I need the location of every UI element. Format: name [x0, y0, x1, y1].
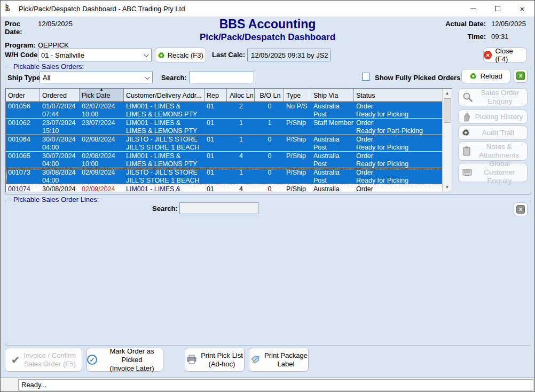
mark-order-picked-label: Mark Order as Picked (Invoice Later)	[101, 347, 163, 373]
cell-bo: 0	[255, 135, 284, 151]
last-calc-value: 12/05/2025 09:31 by JS2	[247, 49, 331, 61]
picking-history-button[interactable]: Picking History	[458, 109, 528, 124]
printer-icon	[186, 355, 197, 365]
hand-icon	[462, 112, 471, 122]
cell-pick: 02/09/2024	[80, 168, 124, 184]
mark-order-picked-button[interactable]: ✓ Mark Order as Picked (Invoice Later)	[86, 348, 163, 372]
cell-rep: 01	[204, 185, 227, 192]
order-row-001073[interactable]: 00107330/08/202404:0002/09/2024JILSTO - …	[6, 168, 452, 185]
column-header-customer[interactable]: Customer/Delivery Addr...	[124, 89, 204, 101]
audit-trail-label: Audit Trail	[472, 129, 524, 137]
invoice-confirm-button[interactable]: ✔ Invoice / Confirm Sales Order (F5)	[5, 348, 82, 372]
title-bar: bsb Pick/Pack/Despatch Dashboard - ABC T…	[1, 1, 534, 17]
cell-type: P/Ship	[284, 185, 311, 192]
cell-customer: JILSTO - JILL'S STOREJILL'S STORE 1 BEAC…	[124, 135, 204, 151]
cell-pick: 02/08/202410:00	[80, 152, 124, 168]
last-calc-label: Last Calc:	[212, 51, 245, 59]
cell-rep: 01	[204, 135, 227, 151]
ship-type-value: All	[43, 74, 50, 82]
cell-ordered: 23/07/202415:10	[40, 119, 80, 135]
ship-type-select[interactable]: All	[40, 72, 153, 83]
scrollbar-thumb[interactable]	[444, 98, 451, 123]
cell-ship_via: Australia	[311, 185, 354, 192]
reload-label: Reload	[481, 72, 502, 80]
pickable-sales-orders-section: Pickable Sales Orders: Ship Type: All Se…	[5, 67, 531, 195]
global-customer-enquiry-button[interactable]: Global Customer Enquiry	[458, 163, 528, 182]
column-header-alloc[interactable]: Alloc Ln	[227, 89, 255, 101]
ship-type-label: Ship Type:	[7, 74, 42, 82]
status-text: Ready...	[18, 379, 533, 390]
close-button[interactable]: ✕Close (F4)	[483, 48, 527, 62]
export-orders-excel-button[interactable]: X	[514, 69, 528, 83]
cell-type: P/Ship	[284, 168, 311, 184]
order-row-001065[interactable]: 00106530/07/202404:0002/08/202410:00LIM0…	[6, 152, 452, 168]
column-header-status[interactable]: Status	[354, 89, 452, 101]
cell-order: 001073	[6, 168, 40, 184]
column-header-type[interactable]: Type	[284, 89, 311, 101]
lines-search-input[interactable]	[179, 202, 258, 214]
cell-customer: LIM001 - LIMES &	[124, 185, 204, 192]
cell-ship_via: Staff Member	[311, 119, 354, 135]
recycle-icon: ♻	[462, 129, 469, 137]
cell-order: 001064	[6, 135, 40, 151]
cell-status: OrderReady for Picking	[354, 135, 452, 151]
column-header-order[interactable]: Order	[6, 89, 40, 101]
cell-bo: 1	[255, 119, 284, 135]
orders-search-input[interactable]	[189, 72, 254, 83]
cell-order: 001065	[6, 152, 40, 168]
cell-customer: LIM001 - LIMES &LIMES & LEMONS PTY	[124, 102, 204, 118]
notes-attachments-button[interactable]: Notes & Attachments	[458, 142, 528, 161]
cell-customer: LIM001 - LIMES &LIMES & LEMONS PTY	[124, 119, 204, 135]
reload-button[interactable]: ♻Reload	[461, 69, 510, 83]
order-row-001074[interactable]: 00107430/08/202402/09/2024LIM001 - LIMES…	[6, 185, 452, 192]
cell-pick: 02/08/2024	[80, 135, 124, 151]
column-header-pick[interactable]: ▲Pick Date	[80, 89, 124, 101]
cell-rep: 01	[204, 102, 227, 118]
print-package-label-button[interactable]: Print Package Label	[249, 348, 309, 372]
sort-ascending-icon: ▲	[99, 89, 104, 92]
cell-alloc: 4	[227, 185, 255, 192]
main-content: Proc Date:12/05/2025 Program:OEPPICK BBS…	[1, 17, 534, 379]
invoice-confirm-label: Invoice / Confirm Sales Order (F5)	[24, 351, 76, 369]
cell-order: 001056	[6, 102, 40, 118]
print-pick-list-button[interactable]: Print Pick List (Ad-hoc)	[185, 348, 245, 372]
cell-order: 001062	[6, 119, 40, 135]
cell-ordered: 30/08/2024	[40, 185, 80, 192]
column-header-ship_via[interactable]: Ship Via	[311, 89, 354, 101]
scroll-up-icon[interactable]: ▲	[443, 89, 452, 98]
wh-code-select[interactable]: 01 - Smallville	[38, 49, 152, 61]
maximize-button[interactable]	[485, 1, 510, 17]
recalc-button[interactable]: ♻Recalc (F3)	[155, 48, 206, 62]
lines-search-label: Search:	[152, 205, 178, 213]
cell-customer: LIM001 - LIMES &LIMES & LEMONS PTY	[124, 152, 204, 168]
column-header-rep[interactable]: Rep	[204, 89, 227, 101]
scroll-down-icon[interactable]: ▼	[443, 183, 452, 192]
order-row-001056[interactable]: 00105601/07/202407:4402/07/202410:00LIM0…	[6, 102, 452, 119]
close-label: Close (F4)	[495, 47, 526, 63]
cell-bo: 0	[255, 102, 284, 118]
cell-order: 001074	[6, 185, 40, 192]
column-header-bo[interactable]: B/O Ln	[255, 89, 284, 101]
cell-status: OrderReady for Picking	[354, 152, 452, 168]
recalc-icon: ♻	[158, 51, 164, 59]
minimize-button[interactable]	[461, 1, 485, 17]
orders-table-scrollbar[interactable]: ▲ ▼	[442, 89, 452, 192]
sales-order-enquiry-button[interactable]: Sales Order Enquiry	[458, 88, 528, 106]
export-lines-excel-button[interactable]: X	[514, 202, 528, 216]
cell-bo: 0	[255, 152, 284, 168]
cell-status: OrderReady for Picking	[354, 168, 452, 184]
chevron-down-icon	[144, 52, 149, 57]
cell-alloc: 1	[227, 168, 255, 184]
cell-type: P/Ship	[284, 119, 311, 135]
order-row-001062[interactable]: 00106223/07/202415:1023/07/2024LIM001 - …	[6, 119, 452, 135]
close-window-button[interactable]: ×	[510, 1, 534, 17]
cell-rep: 01	[204, 168, 227, 184]
wh-code-label: W/H Code:	[5, 51, 40, 59]
cell-alloc: 2	[227, 102, 255, 118]
cell-ordered: 30/07/202404:00	[40, 135, 80, 151]
column-header-ordered[interactable]: Ordered	[40, 89, 80, 101]
audit-trail-button[interactable]: ♻ Audit Trail	[458, 126, 528, 140]
show-fully-picked-checkbox[interactable]	[362, 73, 370, 81]
order-row-001064[interactable]: 00106430/07/202404:0002/08/2024JILSTO - …	[6, 135, 452, 152]
recalc-label: Recalc (F3)	[168, 51, 203, 59]
